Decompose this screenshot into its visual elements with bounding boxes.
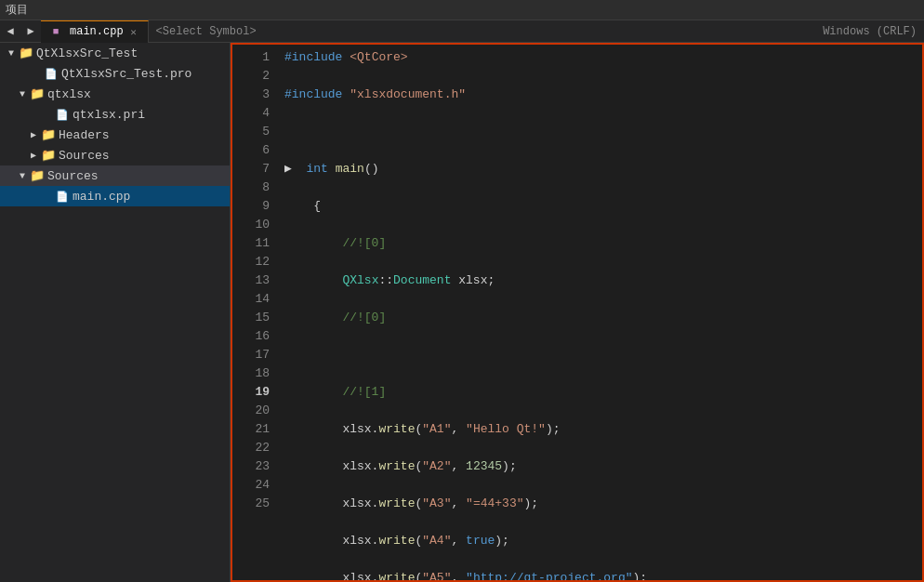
code-line-13: xlsx.write("A3", "=44+33"); (284, 495, 922, 513)
line-numbers: 1 2 3 4 5 6 7 8 9 10 11 12 13 14 15 16 1… (232, 45, 277, 580)
tab-close-button[interactable]: ✕ (127, 25, 140, 38)
pro-file-icon: 📄 (44, 66, 59, 81)
qtxlsx-folder-icon: 📁 (30, 86, 45, 101)
ln-6: 6 (232, 141, 270, 160)
code-line-6: //![0] (284, 234, 922, 253)
ln-16: 16 (232, 327, 270, 346)
ln-15: 15 (232, 309, 270, 327)
sources-group-icon: 📁 (41, 148, 56, 163)
ln-25: 25 (232, 495, 270, 513)
sidebar: ▼ 📁 QtXlsxSrc_Test 📄 QtXlsxSrc_Test.pro … (0, 43, 231, 582)
ln-13: 13 (232, 271, 270, 290)
ln-5: 5 (232, 123, 270, 141)
code-line-14: xlsx.write("A4", true); (284, 532, 922, 550)
code-line-12: xlsx.write("A2", 12345); (284, 457, 922, 476)
tab-nav-next[interactable]: ▶ (20, 20, 41, 43)
code-line-10: //![1] (284, 383, 922, 402)
sidebar-item-pro[interactable]: 📄 QtXlsxSrc_Test.pro (0, 63, 230, 84)
code-line-1: #include <QtCore> (284, 48, 922, 67)
project-folder-icon: 📁 (19, 46, 33, 60)
pri-spacer (37, 107, 52, 122)
project-label: QtXlsxSrc_Test (36, 46, 138, 60)
qtxlsx-chevron: ▼ (15, 86, 30, 101)
code-line-15: xlsx.write("A5", "http://qt-project.org"… (284, 569, 922, 582)
sidebar-item-headers[interactable]: ▶ 📁 Headers (0, 125, 230, 145)
pro-spacer (26, 66, 41, 81)
headers-folder-icon: 📁 (41, 127, 56, 142)
ln-14: 14 (232, 290, 270, 309)
ln-9: 9 (232, 197, 270, 216)
code-line-11: xlsx.write("A1", "Hello Qt!"); (284, 420, 922, 439)
sidebar-item-qtxlsx[interactable]: ▼ 📁 qtxlsx (0, 84, 230, 104)
headers-chevron: ▶ (26, 127, 41, 142)
sidebar-item-main-cpp[interactable]: 📄 main.cpp (0, 186, 230, 206)
sources-group-chevron: ▶ (26, 148, 41, 163)
tab-main-cpp[interactable]: ■ main.cpp ✕ (41, 20, 149, 43)
sources-folder-icon: 📁 (30, 168, 45, 183)
select-symbol-label: <Select Symbol> (156, 25, 257, 38)
pri-file-icon: 📄 (55, 107, 70, 122)
select-symbol-area[interactable]: <Select Symbol> (149, 20, 824, 43)
ln-4: 4 (232, 104, 270, 123)
encoding-label: Windows (CRLF) (823, 25, 924, 38)
ln-7: 7 (232, 160, 270, 179)
code-line-7: QXlsx::Document xlsx; (284, 271, 922, 290)
main-area: ▼ 📁 QtXlsxSrc_Test 📄 QtXlsxSrc_Test.pro … (0, 43, 924, 582)
project-chevron: ▼ (4, 46, 19, 60)
sidebar-item-project[interactable]: ▼ 📁 QtXlsxSrc_Test (0, 43, 230, 63)
ln-24: 24 (232, 476, 270, 495)
sources-group-label: Sources (59, 149, 110, 163)
ln-18: 18 (232, 364, 270, 383)
sources-label: Sources (47, 169, 99, 183)
ln-10: 10 (232, 216, 270, 234)
ln-22: 22 (232, 439, 270, 457)
sources-chevron: ▼ (15, 168, 30, 183)
ln-20: 20 (232, 402, 270, 420)
pri-label: qtxlsx.pri (73, 108, 145, 122)
code-line-3 (284, 123, 922, 141)
ln-12: 12 (232, 253, 270, 271)
code-content[interactable]: #include <QtCore> #include "xlsxdocument… (277, 45, 922, 580)
ln-8: 8 (232, 179, 270, 197)
main-cpp-label: main.cpp (73, 190, 130, 204)
top-bar-title: 项目 (6, 2, 28, 18)
ln-3: 3 (232, 86, 270, 104)
ln-21: 21 (232, 420, 270, 439)
ln-23: 23 (232, 457, 270, 476)
code-line-5: { (284, 197, 922, 216)
code-line-8: //![0] (284, 309, 922, 327)
ln-2: 2 (232, 67, 270, 86)
sidebar-item-sources-group[interactable]: ▶ 📁 Sources (0, 145, 230, 165)
ln-11: 11 (232, 234, 270, 253)
code-editor[interactable]: 1 2 3 4 5 6 7 8 9 10 11 12 13 14 15 16 1… (231, 43, 924, 582)
code-line-9 (284, 346, 922, 364)
cpp-spacer (37, 189, 52, 204)
sidebar-item-sources-folder[interactable]: ▼ 📁 Sources (0, 165, 230, 186)
tab-bar: ◀ ▶ ■ main.cpp ✕ <Select Symbol> Windows… (0, 20, 924, 43)
code-line-2: #include "xlsxdocument.h" (284, 86, 922, 104)
tab-file-icon: ■ (48, 24, 63, 39)
cpp-file-icon: 📄 (55, 189, 70, 204)
ln-17: 17 (232, 346, 270, 364)
ln-1: 1 (232, 48, 270, 67)
tab-nav-prev[interactable]: ◀ (0, 20, 20, 43)
headers-label: Headers (59, 128, 110, 142)
ln-19: 19 (232, 383, 270, 402)
pro-label: QtXlsxSrc_Test.pro (61, 67, 191, 81)
top-bar: 项目 (0, 0, 924, 20)
code-line-4: ▶ int main() (284, 160, 922, 179)
tab-label: main.cpp (70, 25, 124, 38)
sidebar-item-pri[interactable]: 📄 qtxlsx.pri (0, 104, 230, 125)
qtxlsx-label: qtxlsx (47, 87, 91, 101)
